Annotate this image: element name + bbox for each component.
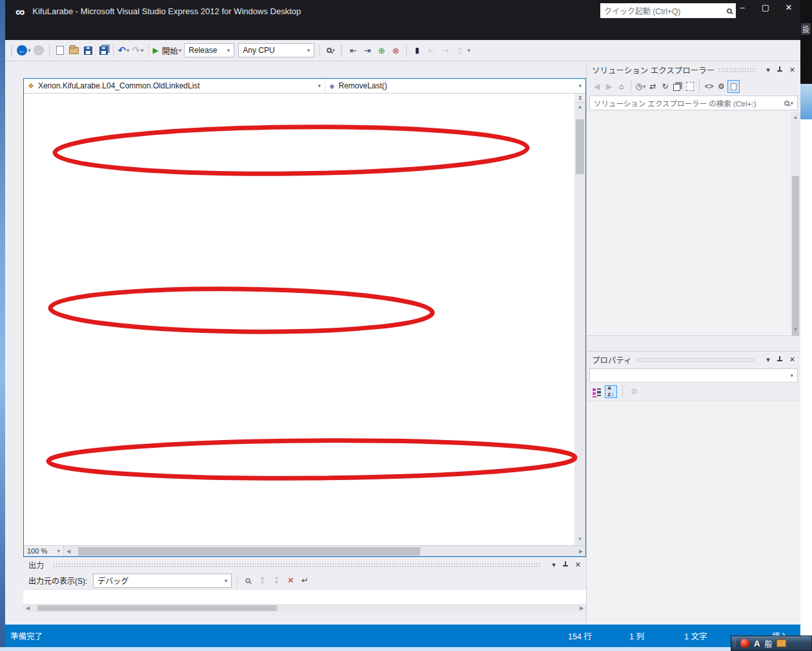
close-icon[interactable]: ✕ — [575, 561, 581, 569]
previous-message-button[interactable]: ↥ — [256, 574, 269, 588]
ime-conversion-mode-button[interactable]: 般 — [764, 638, 772, 649]
ime-drag-handle[interactable] — [733, 638, 736, 648]
sync-with-active-document-button[interactable]: ⇄ — [647, 80, 659, 93]
ime-input-mode-button[interactable]: A — [754, 639, 760, 648]
member-dropdown[interactable]: ◈ RemoveLast() ▾ — [325, 79, 585, 93]
tree-vertical-scrollbar[interactable]: ▲ ▼ — [791, 112, 800, 336]
toggle-word-wrap-button[interactable]: ↵ — [298, 574, 311, 588]
window-position-icon[interactable]: ▾ — [766, 356, 770, 364]
save-button[interactable] — [82, 43, 95, 57]
minimize-button[interactable]: – — [736, 3, 749, 12]
scrollbar-thumb[interactable] — [78, 547, 420, 556]
increase-indent-button[interactable]: ⇥ — [361, 43, 374, 57]
toolbar-overflow-icon[interactable]: ▾ — [467, 47, 471, 54]
clear-bookmarks-button[interactable]: ▯ — [453, 43, 466, 57]
decrease-indent-button[interactable]: ⇤ — [347, 43, 360, 57]
properties-button[interactable]: ⚙ — [715, 80, 727, 93]
title-bar: ∞ KifuLarabe - Microsoft Visual Studio E… — [5, 0, 800, 23]
scroll-down-arrow[interactable]: ▼ — [578, 535, 583, 544]
forward-button[interactable]: ▶ — [603, 80, 615, 93]
solution-platform-select[interactable]: Any CPU▾ — [238, 43, 314, 57]
close-icon[interactable]: ✕ — [789, 356, 795, 364]
scroll-down-arrow[interactable]: ▼ — [791, 325, 800, 334]
find-message-button[interactable] — [241, 574, 254, 588]
member-dropdown-value: RemoveLast() — [338, 81, 387, 90]
type-dropdown[interactable]: ❖ Xenon.KifuLarabe.L04_Common.OldLinkedL… — [24, 79, 325, 93]
alphabetical-sort-button[interactable]: AZ↓ — [605, 385, 617, 398]
pin-icon[interactable] — [562, 561, 569, 568]
uncomment-lines-button[interactable]: ⊗ — [389, 43, 402, 57]
open-file-button[interactable] — [68, 43, 81, 57]
back-button[interactable]: ◀ — [591, 80, 603, 93]
start-debug-button[interactable]: ▶ 開始 ▾ — [153, 43, 182, 57]
editor-zoom-select[interactable]: 100 %▾ — [24, 546, 64, 556]
close-icon[interactable]: ✕ — [789, 66, 795, 74]
output-horizontal-scrollbar[interactable]: ◀ ▶ — [23, 604, 586, 612]
left-tool-tab-strip — [5, 61, 23, 625]
scroll-up-arrow[interactable]: ▲ — [578, 103, 583, 112]
close-button[interactable]: ✕ — [782, 3, 795, 12]
output-source-select[interactable]: デバッグ▾ — [93, 574, 232, 588]
toolbar-grip[interactable] — [340, 45, 343, 56]
redo-button[interactable]: ↷▾ — [132, 43, 145, 57]
ime-toolbox-icon[interactable] — [776, 639, 786, 647]
output-text-area[interactable] — [23, 589, 586, 604]
pin-icon[interactable] — [776, 66, 783, 73]
background-window-title-fragment: 扱 — [801, 23, 811, 35]
new-file-button[interactable] — [54, 43, 66, 57]
background-window-strip: 扱 — [800, 0, 812, 647]
pin-icon[interactable] — [776, 356, 783, 363]
properties-object-select[interactable]: ▾ — [589, 368, 798, 383]
main-toolbar: ←▾ → ↶▾ ↷▾ ▶ 開始 ▾ Release▾ Any CPU▾ ▾ — [5, 40, 800, 61]
scroll-up-arrow[interactable]: ▲ — [791, 113, 800, 122]
editor-split-handle[interactable]: ⇕ — [574, 94, 585, 103]
show-all-files-button[interactable] — [684, 80, 696, 93]
scroll-left-arrow[interactable]: ◀ — [64, 548, 73, 554]
toggle-bookmark-button[interactable]: ▮ — [411, 43, 423, 57]
scroll-left-arrow[interactable]: ◀ — [23, 605, 32, 611]
search-placeholder: ソリューション エクスプローラー の検索 (Ctrl+:) — [594, 98, 784, 108]
tool-tab-toolbox[interactable] — [5, 77, 13, 90]
code-editor[interactable]: ⇕ ▲ ▼ — [24, 94, 585, 545]
save-all-button[interactable] — [96, 43, 109, 57]
scrollbar-thumb[interactable] — [792, 176, 799, 336]
find-in-files-button[interactable]: ▾ — [324, 43, 337, 57]
comment-lines-button[interactable]: ⊕ — [375, 43, 388, 57]
play-icon: ▶ — [153, 46, 159, 55]
desktop-edge — [0, 0, 5, 651]
toolbar-grip[interactable] — [10, 45, 14, 56]
pending-changes-filter-button[interactable]: ◷▾ — [634, 80, 647, 93]
tool-tab-data-sources[interactable] — [5, 64, 13, 77]
window-position-icon[interactable]: ▾ — [552, 561, 556, 569]
solution-explorer-search-input[interactable]: ソリューション エクスプローラー の検索 (Ctrl+:) ▾ — [589, 95, 798, 110]
next-bookmark-button[interactable]: ⇢ — [439, 43, 452, 57]
navigate-backward-button[interactable]: ←▾ — [17, 43, 31, 57]
view-code-button[interactable]: <> — [703, 80, 715, 93]
preview-selected-items-button[interactable] — [727, 80, 740, 93]
ime-status-icon[interactable] — [740, 639, 749, 648]
collapse-all-button[interactable] — [671, 80, 684, 93]
refresh-button[interactable]: ↻ — [659, 80, 671, 93]
quick-launch-input[interactable]: クイック起動 (Ctrl+Q) — [600, 3, 736, 18]
maximize-button[interactable]: ▢ — [759, 3, 772, 12]
property-pages-button[interactable]: ⚙ — [628, 385, 640, 398]
solution-explorer-panel: ソリューション エクスプローラー ▾ ✕ ◀ ▶ ⌂ ◷▾ ⇄ ↻ — [586, 61, 800, 625]
editor-vertical-scrollbar[interactable]: ⇕ ▲ ▼ — [574, 94, 585, 545]
status-char-number: 1 文字 — [684, 630, 707, 642]
scroll-right-arrow[interactable]: ▶ — [577, 605, 586, 611]
window-position-icon[interactable]: ▾ — [766, 66, 770, 74]
categorized-view-button[interactable] — [591, 385, 603, 398]
quick-launch-placeholder: クイック起動 (Ctrl+Q) — [604, 5, 727, 16]
scrollbar-thumb[interactable] — [576, 119, 584, 174]
scroll-right-arrow[interactable]: ▶ — [576, 548, 585, 554]
navigate-forward-button[interactable]: → — [32, 43, 45, 57]
home-icon[interactable]: ⌂ — [615, 80, 627, 93]
previous-bookmark-button[interactable]: ⇠ — [425, 43, 438, 57]
next-message-button[interactable]: ↧ — [270, 574, 283, 588]
status-line-number: 154 行 — [568, 630, 592, 642]
solution-explorer-tab-strip — [587, 336, 800, 351]
undo-button[interactable]: ↶▾ — [117, 43, 130, 57]
solution-configuration-select[interactable]: Release▾ — [184, 43, 234, 57]
clear-all-output-button[interactable]: ✕ — [284, 574, 297, 588]
scrollbar-thumb[interactable] — [37, 605, 277, 611]
